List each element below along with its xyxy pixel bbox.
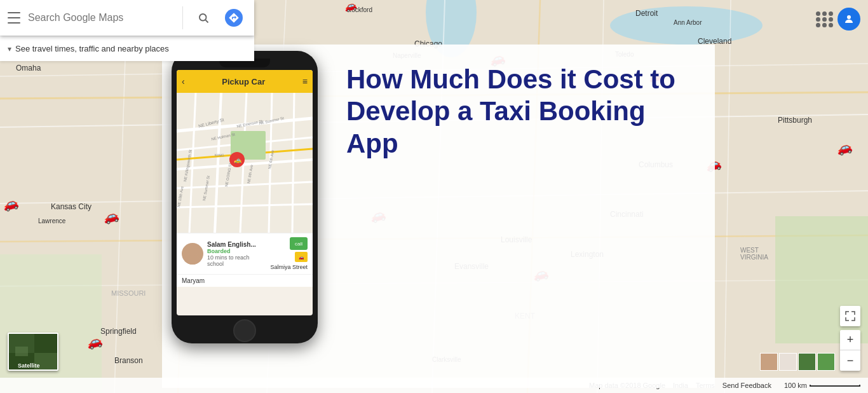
- svg-text:🚗: 🚗: [299, 254, 304, 260]
- account-button[interactable]: [837, 8, 860, 31]
- sub-bar: ▾ See travel times, traffic and nearby p…: [0, 36, 254, 61]
- svg-point-18: [200, 14, 207, 21]
- map-controls: + −: [840, 306, 860, 371]
- phone-screen: ‹ Pickup Car ≡: [177, 70, 313, 315]
- search-divider: [182, 6, 183, 29]
- call-button[interactable]: call: [290, 237, 308, 250]
- fullscreen-button[interactable]: [840, 306, 860, 326]
- scale-label: 100 km: [784, 382, 807, 389]
- svg-point-20: [847, 15, 851, 19]
- svg-line-19: [205, 20, 208, 22]
- sub-bar-text: See travel times, traffic and nearby pla…: [15, 44, 169, 53]
- driver-status: Boarded: [207, 248, 266, 254]
- app-info-panel: Salam English... Boarded 10 mins to reac…: [177, 233, 313, 274]
- destination-icon: 🚗: [295, 252, 308, 262]
- scale-bar: 100 km: [784, 382, 860, 389]
- svg-point-47: [184, 256, 201, 265]
- layer-thumbnails: [760, 353, 835, 371]
- svg-text:Satellite: Satellite: [18, 362, 40, 369]
- directions-button[interactable]: [221, 5, 247, 31]
- app-menu-icon[interactable]: ≡: [302, 76, 308, 86]
- zoom-in-button[interactable]: +: [840, 330, 860, 350]
- zoom-controls: + −: [840, 330, 860, 371]
- search-button[interactable]: [191, 5, 216, 31]
- directions-icon: [225, 9, 243, 27]
- app-map-area: NE Liberty St NE Holman St NE Emerson St…: [177, 93, 313, 233]
- driver-eta: 10 mins to reach school: [207, 254, 266, 267]
- svg-text:🚕: 🚕: [234, 156, 242, 164]
- apps-grid-icon: [816, 11, 834, 27]
- article-title: How Much Does it Cost to Develop a Taxi …: [346, 64, 689, 160]
- search-input-container[interactable]: [28, 12, 175, 24]
- apps-button[interactable]: [813, 8, 836, 31]
- phone-outer: ‹ Pickup Car ≡: [172, 51, 318, 343]
- app-info-text: Salam English... Boarded 10 mins to reac…: [207, 241, 266, 267]
- passenger-row: Maryam: [177, 274, 313, 287]
- search-bar: [0, 0, 254, 36]
- chevron-down-icon[interactable]: ▾: [8, 45, 11, 53]
- hamburger-button[interactable]: [8, 10, 23, 25]
- phone-mockup: ‹ Pickup Car ≡: [172, 51, 318, 343]
- scale-line: [810, 385, 860, 387]
- send-feedback-link[interactable]: Send Feedback: [722, 382, 771, 389]
- zoom-out-button[interactable]: −: [840, 350, 860, 371]
- passenger-name: Maryam: [182, 277, 205, 284]
- app-header: ‹ Pickup Car ≡: [177, 70, 313, 93]
- svg-rect-54: [15, 347, 28, 356]
- svg-rect-17: [0, 254, 102, 393]
- svg-point-48: [187, 246, 198, 256]
- search-input[interactable]: [28, 12, 175, 24]
- destination-text: Salmiya Street: [270, 264, 308, 270]
- app-header-title: Pickup Car: [185, 77, 302, 86]
- driver-avatar: [182, 243, 203, 265]
- svg-text:KING: KING: [215, 153, 224, 157]
- layer-person[interactable]: [760, 353, 778, 371]
- layer-earth[interactable]: [817, 353, 835, 371]
- phone-home-button[interactable]: [233, 319, 256, 342]
- satellite-thumbnail[interactable]: Satellite: [8, 333, 58, 371]
- svg-point-2: [610, 6, 763, 45]
- driver-name: Salam English...: [207, 241, 266, 248]
- layer-map[interactable]: [779, 353, 797, 371]
- layer-satellite[interactable]: [798, 353, 816, 371]
